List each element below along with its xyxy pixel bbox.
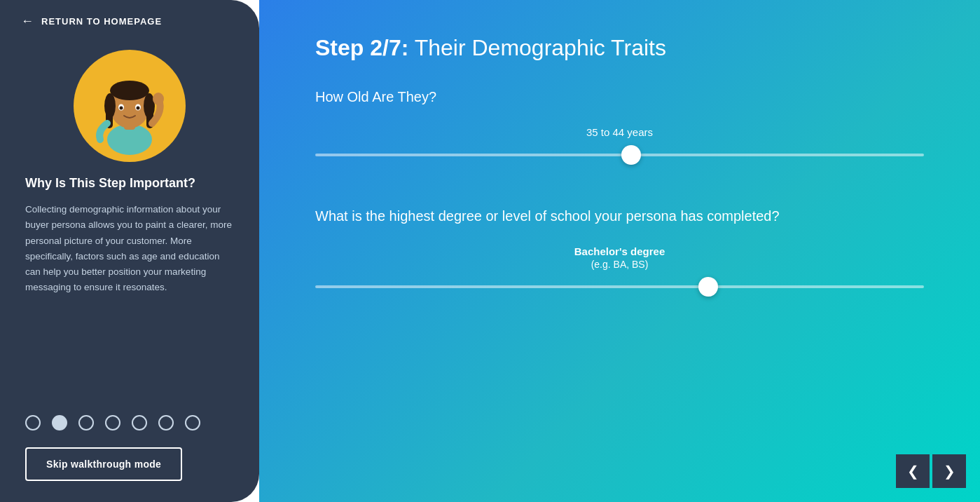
dot-3[interactable] xyxy=(78,415,94,430)
education-question: What is the highest degree or level of s… xyxy=(315,208,924,224)
education-sub-label: (e.g. BA, BS) xyxy=(315,259,924,270)
education-value-label: Bachelor's degree xyxy=(315,245,924,257)
dot-4[interactable] xyxy=(105,415,120,430)
return-label: RETURN TO HOMEPAGE xyxy=(41,16,162,27)
step-rest: Their Demographic Traits xyxy=(408,35,666,60)
why-text: Collecting demographic information about… xyxy=(25,202,234,296)
dot-7[interactable] xyxy=(185,415,200,430)
next-button[interactable]: ❯ xyxy=(932,454,966,488)
why-title: Why Is This Step Important? xyxy=(25,176,234,191)
dot-6[interactable] xyxy=(158,415,174,430)
sidebar: ← RETURN TO HOMEPAGE xyxy=(0,0,259,502)
age-value-label: 35 to 44 years xyxy=(315,126,924,138)
step-title: Step 2/7: Their Demographic Traits xyxy=(315,35,924,61)
avatar-container xyxy=(0,50,259,162)
age-question: How Old Are They? xyxy=(315,89,924,105)
return-link[interactable]: ← RETURN TO HOMEPAGE xyxy=(0,0,183,43)
avatar xyxy=(74,50,186,162)
nav-arrows: ❮ ❯ xyxy=(896,454,966,488)
education-slider[interactable] xyxy=(315,285,924,288)
sidebar-info: Why Is This Step Important? Collecting d… xyxy=(0,176,259,394)
education-section: What is the highest degree or level of s… xyxy=(315,208,924,298)
arrow-left-icon: ← xyxy=(21,14,34,29)
main-content: Step 2/7: Their Demographic Traits How O… xyxy=(259,0,980,502)
svg-point-12 xyxy=(153,93,164,105)
age-section: How Old Are They? 35 to 44 years xyxy=(315,89,924,166)
svg-point-11 xyxy=(137,107,140,110)
skip-walkthrough-button[interactable]: Skip walkthrough mode xyxy=(25,447,182,481)
step-bold: Step 2/7: xyxy=(315,35,408,60)
dot-1[interactable] xyxy=(25,415,41,430)
svg-point-10 xyxy=(120,107,123,110)
svg-point-6 xyxy=(104,93,116,118)
dot-2[interactable] xyxy=(52,415,67,430)
prev-button[interactable]: ❮ xyxy=(896,454,930,488)
age-slider[interactable] xyxy=(315,154,924,156)
svg-point-3 xyxy=(110,81,149,100)
dot-5[interactable] xyxy=(132,415,147,430)
progress-dots xyxy=(0,415,226,430)
